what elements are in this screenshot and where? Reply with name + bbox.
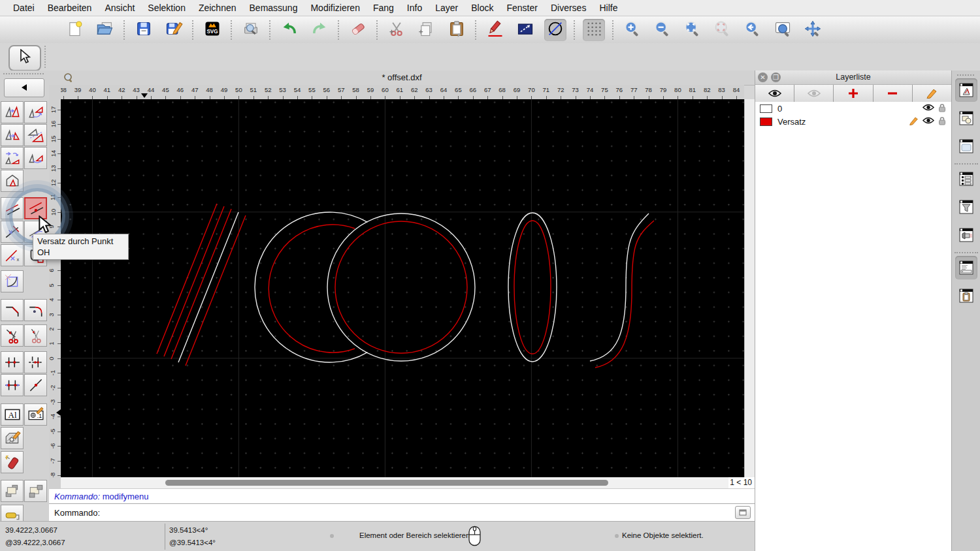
h-ruler-number: 71 <box>543 86 550 93</box>
svg-export-button[interactable]: SVG <box>201 19 223 41</box>
menu-item-info[interactable]: Info <box>400 3 429 13</box>
palette-back-button[interactable] <box>4 78 44 97</box>
dock-button-command-line[interactable] <box>955 256 977 279</box>
tool-flip[interactable] <box>1 170 24 192</box>
menu-item-selektion[interactable]: Selektion <box>141 3 192 13</box>
palette-drag-handle[interactable] <box>3 73 44 74</box>
tool-break-out-gap[interactable] <box>1 351 24 373</box>
dock-button-library-browser[interactable] <box>955 134 977 158</box>
menu-item-fang[interactable]: Fang <box>367 3 400 13</box>
dock-strip-handle[interactable] <box>957 74 974 76</box>
pointer-tool-button[interactable] <box>8 45 41 71</box>
tool-break-out-segment[interactable] <box>24 351 47 373</box>
command-history: Kommando: modifymenu <box>49 488 755 503</box>
tool-rotate-two[interactable] <box>24 147 47 169</box>
layer-lock-icon[interactable] <box>938 116 946 127</box>
zoom-previous-button[interactable] <box>742 19 764 41</box>
menu-item-layer[interactable]: Layer <box>429 3 465 13</box>
zoom-window-button[interactable] <box>772 19 794 41</box>
tool-edit-hatch[interactable] <box>1 427 24 449</box>
edit-layer-button[interactable] <box>913 85 951 102</box>
tool-offset[interactable] <box>1 197 24 219</box>
drawing-canvas[interactable] <box>61 99 744 477</box>
parallel-lines-group <box>157 204 246 366</box>
tool-split-line[interactable] <box>24 374 47 396</box>
tool-arc-box[interactable] <box>1 270 24 292</box>
copy-button[interactable] <box>416 19 438 41</box>
command-input[interactable] <box>104 505 735 520</box>
undo-button[interactable] <box>278 19 301 41</box>
new-file-button[interactable] <box>64 19 86 41</box>
zoom-out-button[interactable] <box>651 19 674 41</box>
tool-mirror[interactable] <box>1 124 24 146</box>
layer-lock-icon[interactable] <box>938 103 946 114</box>
hide-all-layers-button[interactable] <box>794 85 834 102</box>
dock-button-reference-view[interactable] <box>955 223 977 247</box>
menu-item-hilfe[interactable]: Hilfe <box>593 3 624 13</box>
dock-button-layer-list[interactable] <box>955 78 977 102</box>
menu-item-diverses[interactable]: Diverses <box>544 3 593 13</box>
menu-item-bearbeiten[interactable]: Bearbeiten <box>41 3 99 13</box>
tool-move[interactable] <box>1 101 24 123</box>
menu-item-block[interactable]: Block <box>465 3 500 13</box>
delete-button[interactable] <box>347 19 369 41</box>
zoom-auto-button[interactable] <box>681 19 704 41</box>
tool-order-to-back[interactable] <box>24 480 47 502</box>
add-layer-button[interactable] <box>834 85 873 102</box>
tool-edit-dimension[interactable]: .1 <box>24 403 47 426</box>
dock-button-block-list[interactable] <box>955 106 977 130</box>
menu-item-modifizieren[interactable]: Modifizieren <box>304 3 366 13</box>
h-ruler-number: 70 <box>528 86 535 93</box>
dock-button-property-editor[interactable] <box>955 167 977 191</box>
open-file-button[interactable] <box>94 19 116 41</box>
zoom-pan-button[interactable] <box>802 19 824 41</box>
selection-mode-button[interactable] <box>514 19 536 41</box>
tool-divide[interactable] <box>1 324 24 347</box>
remove-layer-button[interactable] <box>874 85 913 102</box>
zoom-in-button[interactable] <box>621 19 644 41</box>
menu-item-bemassung[interactable]: Bemassung <box>243 3 304 13</box>
tool-chamfer[interactable] <box>1 299 24 321</box>
draw-settings-button[interactable] <box>484 19 506 41</box>
mouse-cursor-icon <box>37 215 53 236</box>
layer-visibility-eye-icon[interactable] <box>923 103 934 114</box>
menu-item-ansicht[interactable]: Ansicht <box>98 3 141 13</box>
tool-move-rotate[interactable] <box>1 147 24 169</box>
tool-stretch-handles[interactable] <box>1 374 24 396</box>
show-all-layers-button[interactable] <box>755 85 794 102</box>
print-preview-button[interactable] <box>240 19 262 41</box>
zoom-selection-button[interactable] <box>711 19 734 41</box>
command-toggle-button[interactable] <box>735 506 751 519</box>
save-button[interactable] <box>133 19 155 41</box>
menu-item-datei[interactable]: Datei <box>7 3 41 13</box>
vertical-scrollbar[interactable] <box>744 99 755 477</box>
tool-fillet[interactable] <box>24 299 47 321</box>
restrict-mode-button[interactable] <box>544 19 566 41</box>
paste-button[interactable] <box>446 19 468 41</box>
tool-order-to-front[interactable] <box>1 480 24 502</box>
menu-item-fenster[interactable]: Fenster <box>500 3 544 13</box>
dock-button-clipboard-panel[interactable] <box>955 284 977 307</box>
horizontal-scrollbar[interactable] <box>61 477 728 488</box>
grid-toggle-button[interactable] <box>583 19 605 41</box>
save-as-button[interactable] <box>163 19 185 41</box>
tool-scale[interactable] <box>24 124 47 146</box>
tool-stretch[interactable] <box>1 221 24 243</box>
cut-button[interactable] <box>385 19 408 41</box>
redo-button[interactable] <box>308 19 331 41</box>
dock-button-selection-filter[interactable] <box>955 195 977 219</box>
horizontal-scrollbar-thumb[interactable] <box>165 480 608 486</box>
main-toolbar: SVG <box>0 16 980 44</box>
menu-item-zeichnen[interactable]: Zeichnen <box>192 3 243 13</box>
tool-edit-text[interactable]: Al <box>1 403 24 426</box>
tool-explode[interactable] <box>1 451 24 473</box>
tool-divide-two[interactable] <box>24 324 47 347</box>
zoom-window-icon <box>774 20 792 40</box>
layer-edit-pencil-icon[interactable] <box>909 116 919 127</box>
tool-lengthen[interactable]: x <box>1 244 24 266</box>
tool-rotate[interactable] <box>24 101 47 123</box>
layer-visibility-eye-icon[interactable] <box>923 116 934 127</box>
layer-row-versatz[interactable]: Versatz <box>755 115 951 128</box>
h-ruler-number: 75 <box>601 86 608 93</box>
layer-row-0[interactable]: 0 <box>755 102 951 115</box>
